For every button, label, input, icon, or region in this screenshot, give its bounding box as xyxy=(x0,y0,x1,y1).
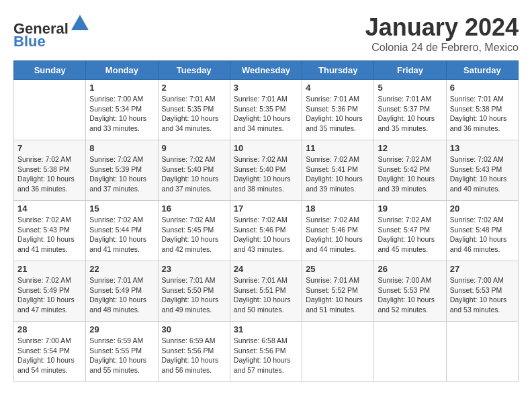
day-header-saturday: Saturday xyxy=(446,61,518,80)
day-info: Sunrise: 7:02 AM Sunset: 5:45 PM Dayligh… xyxy=(162,215,226,255)
calendar-cell: 27Sunrise: 7:00 AM Sunset: 5:53 PM Dayli… xyxy=(446,261,518,322)
calendar-cell: 4Sunrise: 7:01 AM Sunset: 5:36 PM Daylig… xyxy=(302,80,374,140)
day-number: 26 xyxy=(378,264,442,274)
calendar-cell: 13Sunrise: 7:02 AM Sunset: 5:43 PM Dayli… xyxy=(446,140,518,201)
logo-icon xyxy=(70,13,90,34)
day-info: Sunrise: 7:01 AM Sunset: 5:50 PM Dayligh… xyxy=(162,275,226,315)
calendar-cell: 21Sunrise: 7:02 AM Sunset: 5:49 PM Dayli… xyxy=(14,261,86,322)
day-info: Sunrise: 6:59 AM Sunset: 5:56 PM Dayligh… xyxy=(162,336,226,375)
calendar-cell: 14Sunrise: 7:02 AM Sunset: 5:43 PM Dayli… xyxy=(14,201,86,261)
calendar-cell: 18Sunrise: 7:02 AM Sunset: 5:46 PM Dayli… xyxy=(302,201,374,261)
day-number: 30 xyxy=(162,324,226,334)
month-title: January 2024 xyxy=(365,13,519,42)
day-number: 6 xyxy=(450,83,515,93)
day-info: Sunrise: 7:02 AM Sunset: 5:40 PM Dayligh… xyxy=(234,154,298,194)
calendar-week-2: 7Sunrise: 7:02 AM Sunset: 5:38 PM Daylig… xyxy=(14,140,519,201)
day-info: Sunrise: 7:01 AM Sunset: 5:38 PM Dayligh… xyxy=(450,94,515,134)
calendar-cell: 24Sunrise: 7:01 AM Sunset: 5:51 PM Dayli… xyxy=(230,261,302,322)
calendar-cell: 20Sunrise: 7:02 AM Sunset: 5:48 PM Dayli… xyxy=(446,201,518,261)
day-number: 7 xyxy=(17,143,82,153)
calendar-cell xyxy=(14,80,86,140)
day-number: 18 xyxy=(306,203,370,214)
calendar-header-row: SundayMondayTuesdayWednesdayThursdayFrid… xyxy=(14,61,519,80)
svg-marker-0 xyxy=(71,15,89,30)
day-number: 9 xyxy=(162,143,226,153)
day-number: 3 xyxy=(234,83,298,93)
day-info: Sunrise: 7:02 AM Sunset: 5:43 PM Dayligh… xyxy=(17,215,82,255)
calendar-cell: 3Sunrise: 7:01 AM Sunset: 5:35 PM Daylig… xyxy=(230,80,302,140)
day-info: Sunrise: 7:02 AM Sunset: 5:46 PM Dayligh… xyxy=(306,215,370,255)
day-info: Sunrise: 7:02 AM Sunset: 5:49 PM Dayligh… xyxy=(17,275,82,315)
day-info: Sunrise: 7:02 AM Sunset: 5:40 PM Dayligh… xyxy=(162,154,226,194)
day-header-monday: Monday xyxy=(86,61,158,80)
calendar-cell: 10Sunrise: 7:02 AM Sunset: 5:40 PM Dayli… xyxy=(230,140,302,201)
calendar-cell: 28Sunrise: 7:00 AM Sunset: 5:54 PM Dayli… xyxy=(14,322,86,382)
day-number: 2 xyxy=(162,83,226,93)
day-info: Sunrise: 6:58 AM Sunset: 5:56 PM Dayligh… xyxy=(234,336,298,375)
day-header-tuesday: Tuesday xyxy=(158,61,230,80)
day-info: Sunrise: 7:01 AM Sunset: 5:35 PM Dayligh… xyxy=(234,94,298,134)
day-number: 13 xyxy=(450,143,515,153)
calendar-cell xyxy=(302,322,374,382)
day-number: 12 xyxy=(378,143,442,153)
calendar-cell: 2Sunrise: 7:01 AM Sunset: 5:35 PM Daylig… xyxy=(158,80,230,140)
day-info: Sunrise: 7:02 AM Sunset: 5:42 PM Dayligh… xyxy=(378,154,442,194)
day-info: Sunrise: 7:01 AM Sunset: 5:51 PM Dayligh… xyxy=(234,275,298,315)
calendar-table: SundayMondayTuesdayWednesdayThursdayFrid… xyxy=(13,60,519,382)
calendar-week-4: 21Sunrise: 7:02 AM Sunset: 5:49 PM Dayli… xyxy=(14,261,519,322)
calendar-cell: 1Sunrise: 7:00 AM Sunset: 5:34 PM Daylig… xyxy=(86,80,158,140)
day-number: 27 xyxy=(450,264,515,274)
calendar-cell: 9Sunrise: 7:02 AM Sunset: 5:40 PM Daylig… xyxy=(158,140,230,201)
day-info: Sunrise: 7:01 AM Sunset: 5:52 PM Dayligh… xyxy=(306,275,370,315)
day-info: Sunrise: 7:00 AM Sunset: 5:54 PM Dayligh… xyxy=(17,336,82,375)
calendar-cell: 23Sunrise: 7:01 AM Sunset: 5:50 PM Dayli… xyxy=(158,261,230,322)
calendar-week-5: 28Sunrise: 7:00 AM Sunset: 5:54 PM Dayli… xyxy=(14,322,519,382)
day-header-sunday: Sunday xyxy=(14,61,86,80)
day-info: Sunrise: 7:02 AM Sunset: 5:46 PM Dayligh… xyxy=(234,215,298,255)
day-info: Sunrise: 7:02 AM Sunset: 5:48 PM Dayligh… xyxy=(450,215,515,255)
day-number: 29 xyxy=(89,324,154,334)
day-number: 14 xyxy=(17,203,82,214)
day-info: Sunrise: 6:59 AM Sunset: 5:55 PM Dayligh… xyxy=(89,336,154,375)
calendar-cell: 25Sunrise: 7:01 AM Sunset: 5:52 PM Dayli… xyxy=(302,261,374,322)
day-number: 11 xyxy=(306,143,370,153)
logo: General Blue xyxy=(13,13,90,50)
calendar-cell: 30Sunrise: 6:59 AM Sunset: 5:56 PM Dayli… xyxy=(158,322,230,382)
day-number: 16 xyxy=(162,203,226,214)
day-info: Sunrise: 7:01 AM Sunset: 5:37 PM Dayligh… xyxy=(378,94,442,134)
day-info: Sunrise: 7:02 AM Sunset: 5:38 PM Dayligh… xyxy=(17,154,82,194)
calendar-cell: 31Sunrise: 6:58 AM Sunset: 5:56 PM Dayli… xyxy=(230,322,302,382)
calendar-cell: 19Sunrise: 7:02 AM Sunset: 5:47 PM Dayli… xyxy=(374,201,446,261)
day-info: Sunrise: 7:02 AM Sunset: 5:43 PM Dayligh… xyxy=(450,154,515,194)
day-number: 4 xyxy=(306,83,370,93)
calendar-cell: 16Sunrise: 7:02 AM Sunset: 5:45 PM Dayli… xyxy=(158,201,230,261)
day-number: 5 xyxy=(378,83,442,93)
day-number: 21 xyxy=(17,264,82,274)
calendar-cell: 11Sunrise: 7:02 AM Sunset: 5:41 PM Dayli… xyxy=(302,140,374,201)
day-header-friday: Friday xyxy=(374,61,446,80)
day-number: 24 xyxy=(234,264,298,274)
day-info: Sunrise: 7:01 AM Sunset: 5:49 PM Dayligh… xyxy=(89,275,154,315)
day-number: 22 xyxy=(89,264,154,274)
day-number: 23 xyxy=(162,264,226,274)
calendar-cell: 15Sunrise: 7:02 AM Sunset: 5:44 PM Dayli… xyxy=(86,201,158,261)
calendar-week-3: 14Sunrise: 7:02 AM Sunset: 5:43 PM Dayli… xyxy=(14,201,519,261)
day-number: 1 xyxy=(89,83,154,93)
day-info: Sunrise: 7:01 AM Sunset: 5:36 PM Dayligh… xyxy=(306,94,370,134)
day-number: 17 xyxy=(234,203,298,214)
day-header-thursday: Thursday xyxy=(302,61,374,80)
day-number: 19 xyxy=(378,203,442,214)
day-header-wednesday: Wednesday xyxy=(230,61,302,80)
calendar-cell: 17Sunrise: 7:02 AM Sunset: 5:46 PM Dayli… xyxy=(230,201,302,261)
calendar-week-1: 1Sunrise: 7:00 AM Sunset: 5:34 PM Daylig… xyxy=(14,80,519,140)
day-number: 20 xyxy=(450,203,515,214)
calendar-cell: 26Sunrise: 7:00 AM Sunset: 5:53 PM Dayli… xyxy=(374,261,446,322)
calendar-cell: 5Sunrise: 7:01 AM Sunset: 5:37 PM Daylig… xyxy=(374,80,446,140)
page-header: General Blue January 2024 Colonia 24 de … xyxy=(13,13,519,54)
day-number: 25 xyxy=(306,264,370,274)
calendar-cell: 12Sunrise: 7:02 AM Sunset: 5:42 PM Dayli… xyxy=(374,140,446,201)
day-info: Sunrise: 7:00 AM Sunset: 5:53 PM Dayligh… xyxy=(378,275,442,315)
calendar-cell xyxy=(446,322,518,382)
day-info: Sunrise: 7:02 AM Sunset: 5:44 PM Dayligh… xyxy=(89,215,154,255)
day-number: 31 xyxy=(234,324,298,334)
